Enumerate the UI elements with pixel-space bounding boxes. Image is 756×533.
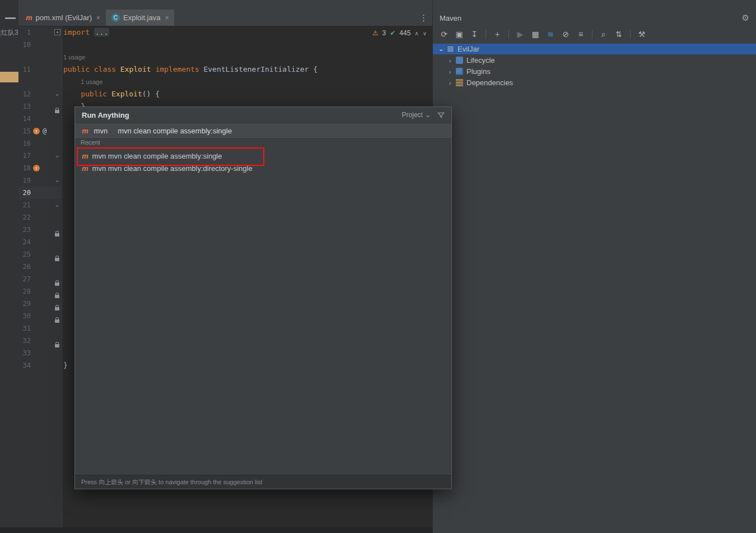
line-number: 30 [18,310,31,322]
close-tab-icon[interactable]: × [96,14,100,22]
fold-expand-box-icon[interactable]: + [54,29,60,35]
query-command: mvn [94,127,108,135]
line-number: 27 [18,273,31,285]
line-number: 13 [18,100,31,113]
inlay-usage-hint[interactable]: 1 usage [63,76,102,88]
toolbar-separator [508,30,509,39]
left-strip-marker [0,72,18,82]
query-text: mvn clean compile assembly:single [118,127,232,135]
recent-section-label: Recent [81,139,100,146]
reimport-button[interactable]: ⟳ [437,27,451,41]
dependency-analyzer-button[interactable]: ⇅ [612,27,626,41]
maven-tree-item-plugins[interactable]: ›Plugins [433,66,756,77]
tab-label: Exploit.java [123,13,160,22]
plugins-icon [456,68,463,75]
editor-tabs: mpom.xml (EvilJar)×CExploit.java× [20,10,174,26]
line-number: 25 [18,248,31,261]
maven-icon: m [26,13,32,22]
fold-marker-icon[interactable]: ⌄ [55,88,59,100]
desktop-label: 联红队3 [0,28,18,38]
maven-panel-title: Maven [440,14,461,22]
maven-tree-item-lifecycle[interactable]: ›Lifecycle [433,55,756,66]
generate-sources-button[interactable]: ▣ [452,27,466,41]
inspection-widget[interactable]: ⚠ 3 ✔ 445 ∧ ∨ [372,29,427,37]
fold-marker-icon[interactable]: ⌄ [55,150,59,162]
code-token: Exploit [111,90,142,98]
inlay-text: 1 usage [63,54,85,61]
editor-tab[interactable]: CExploit.java× [106,10,175,26]
filter-icon[interactable] [437,112,445,119]
bottom-strip [0,527,432,533]
ide-window: 联红队3 mpom.xml (EvilJar)×CExploit.java× ⋮… [0,0,756,533]
maven-module-icon [447,45,454,53]
code-token: EventListenerInitializer [203,65,313,73]
tree-item-label: EvilJar [458,45,479,53]
gutter-icons: ↑ [33,162,40,174]
chevron-right-icon[interactable]: › [446,57,454,64]
code-token: { [313,65,318,73]
add-maven-project-button[interactable]: + [491,27,504,41]
popup-title: Run Anything [82,111,129,119]
line-number: 29 [18,298,31,310]
popup-hint-text: Press 向上箭头 or 向下箭头 to navigate through t… [81,478,262,486]
fold-marker-icon[interactable]: ⌄ [55,199,59,211]
editor-line: 10 [18,39,432,51]
scope-selector[interactable]: Project ⌄ [402,111,431,119]
line-number: 34 [18,359,31,372]
run-anything-input[interactable]: m mvn mvn clean compile assembly:single [75,123,451,139]
skip-tests-button[interactable]: ⊘ [559,27,572,41]
code-token: import [63,28,94,36]
line-number: 12 [18,88,31,100]
run-build-button[interactable]: ▶ [514,27,527,41]
search-goal-button[interactable]: ⌕ [597,27,610,41]
chevron-down-icon[interactable]: ⌄ [437,45,445,53]
line-number: 21 [18,199,31,211]
line-number: 19 [18,174,31,187]
code-line[interactable]: import ... [63,26,109,39]
gear-icon[interactable]: ⚙ [742,13,749,23]
prev-problem-icon[interactable]: ∧ [414,30,418,36]
tree-item-label: Dependencies [466,78,513,87]
line-number: 14 [18,113,31,125]
gutter-icons: ↑@ [33,125,46,137]
maven-tool-window: Maven ⚙ ⟳▣↧+▶▦≋⊘≡⌕⇅⚒ ⌄EvilJar›Lifecycle›… [432,0,756,533]
close-tab-icon[interactable]: × [165,14,169,22]
override-marker-icon[interactable]: ↑ [33,165,40,172]
chevron-right-icon[interactable]: › [446,80,454,86]
download-sources-button[interactable]: ↧ [468,27,481,41]
maven-tree-item-eviljar[interactable]: ⌄EvilJar [433,44,756,54]
next-problem-icon[interactable]: ∨ [423,30,427,36]
maven-tree-item-dependencies[interactable]: ›Dependencies [433,77,756,88]
inlay-usage-hint[interactable]: 1 usage [63,51,85,63]
code-token: public class [63,65,120,73]
editor-tab[interactable]: mpom.xml (EvilJar)× [20,10,106,26]
ok-count: 445 [399,29,410,37]
run-anything-header: Run Anything Project ⌄ [75,107,451,123]
code-token: implements [155,65,203,73]
annotation-at-icon: @ [43,125,46,137]
override-marker-icon[interactable]: ↑ [33,128,40,135]
chevron-right-icon[interactable]: › [446,68,454,75]
toggle-offline-button[interactable]: ≡ [574,27,587,41]
line-number: 10 [18,39,31,51]
annotation-red-box [77,147,264,166]
line-number: 28 [18,285,31,298]
editor-line: 11public class Exploit implements EventL… [18,63,432,76]
code-token: Exploit [120,65,156,73]
code-line[interactable]: public Exploit() { [63,88,160,100]
toolbar-separator [592,30,592,39]
profiler-button[interactable]: ≋ [544,27,557,41]
line-number: 11 [18,63,31,76]
maven-settings-button[interactable]: ⚒ [635,27,648,41]
code-token: ... [94,28,109,36]
line-number: 32 [18,335,31,347]
code-line[interactable]: public class Exploit implements EventLis… [63,63,318,76]
more-options-icon[interactable]: ⋮ [419,13,428,22]
chevron-down-icon: ⌄ [425,111,431,119]
editor-line: 1+import ... [18,26,432,39]
fold-marker-icon[interactable]: ⌄ [55,174,59,187]
code-line[interactable]: } [63,359,68,372]
code-token: } [63,361,68,369]
line-number: 16 [18,137,31,150]
execute-goal-button[interactable]: ▦ [529,27,542,41]
